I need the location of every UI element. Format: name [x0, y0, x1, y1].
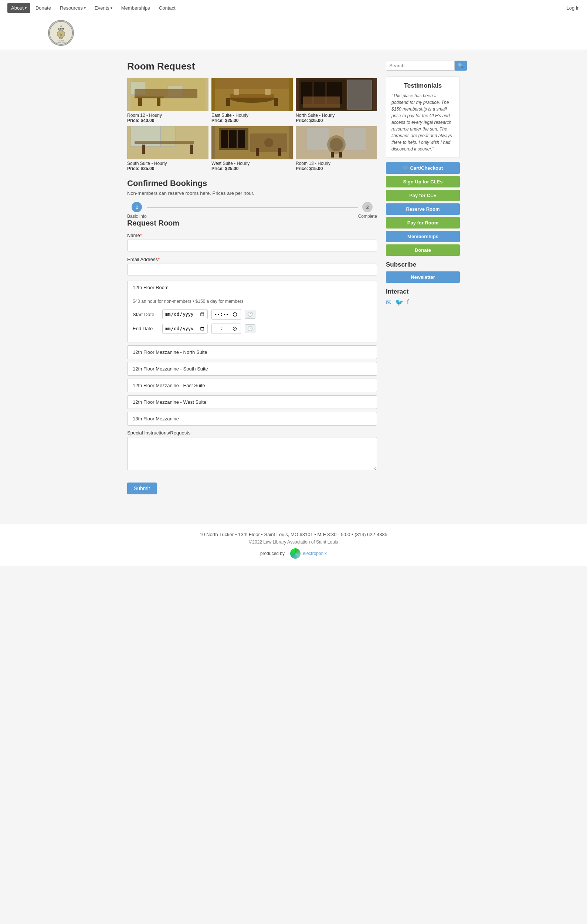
- end-date-row: End Date 🕐: [133, 323, 371, 334]
- sidebar: 🔍 Testimonials "This place has been a go…: [386, 61, 460, 494]
- donate-button[interactable]: Donate: [386, 244, 460, 256]
- subscribe-title: Subscribe: [386, 261, 460, 269]
- social-icons: ✉ 🐦 f: [386, 299, 460, 307]
- pay-for-cle-button[interactable]: Pay for CLE: [386, 190, 460, 201]
- svg-rect-47: [344, 128, 366, 150]
- room-card-1[interactable]: East Suite - Hourly Price: $25.00: [211, 78, 293, 123]
- room-card-5[interactable]: Room 13 - Hourly Price: $15.00: [296, 126, 377, 171]
- end-time-input[interactable]: [211, 323, 241, 334]
- floor-section-4[interactable]: 12th Floor Mezzanine - West Suite: [127, 395, 377, 409]
- svg-text:Louis: Louis: [59, 37, 63, 39]
- svg-rect-43: [256, 148, 259, 156]
- svg-rect-33: [135, 141, 194, 144]
- floor-section-0: 12th Floor Room $40 an hour for non-memb…: [127, 280, 377, 342]
- start-date-row: Start Date 🕐: [133, 309, 371, 320]
- pay-for-room-button[interactable]: Pay for Room: [386, 217, 460, 228]
- name-required-indicator: *: [140, 233, 142, 238]
- search-button[interactable]: 🔍: [455, 61, 467, 71]
- email-icon[interactable]: ✉: [386, 299, 391, 307]
- nav-item-donate[interactable]: Donate: [32, 3, 55, 13]
- svg-rect-19: [274, 98, 278, 106]
- start-time-input[interactable]: [211, 309, 241, 320]
- svg-text:🏛: 🏛: [60, 33, 62, 36]
- room-image-2: [296, 78, 377, 111]
- svg-rect-24: [348, 80, 371, 109]
- room-name-2: North Suite - Hourly: [296, 113, 377, 118]
- room-card-3[interactable]: South Suite - Hourly Price: $25.00: [127, 126, 208, 171]
- end-clock-button[interactable]: 🕐: [245, 324, 256, 333]
- nav-item-events[interactable]: Events ▾: [91, 3, 116, 13]
- step-connector: [147, 207, 358, 208]
- room-card-0[interactable]: Room 12 - Hourly Price: $40.00: [127, 78, 208, 123]
- svg-rect-40: [238, 130, 245, 148]
- progress-steps: 1 Basic Info 2 Complete: [127, 202, 377, 219]
- svg-rect-18: [226, 98, 230, 106]
- room-image-0: [127, 78, 208, 111]
- start-date-input[interactable]: [162, 310, 208, 319]
- end-date-input[interactable]: [162, 324, 208, 333]
- submit-button[interactable]: Submit: [127, 482, 157, 494]
- room-name-1: East Suite - Hourly: [211, 113, 293, 118]
- logo-area: of Saint 🏛 Louis EST. 1838 LLASTL.ORG: [48, 20, 74, 46]
- page-wrapper: Room Request Room 12 - Hourly: [127, 53, 460, 509]
- svg-point-42: [264, 138, 273, 147]
- svg-rect-14: [135, 89, 197, 98]
- email-required-indicator: *: [158, 257, 160, 262]
- memberships-button[interactable]: Memberships: [386, 231, 460, 242]
- email-group: Email Address*: [127, 257, 377, 276]
- floor-section-1[interactable]: 12th Floor Mezzanine - North Suite: [127, 345, 377, 359]
- nav-item-resources[interactable]: Resources ▾: [56, 3, 89, 13]
- name-input[interactable]: [127, 239, 377, 251]
- confirmed-bookings-desc: Non-members can reserve rooms here. Pric…: [127, 190, 377, 196]
- special-instructions-label: Special Instructions/Requests: [127, 430, 377, 436]
- step-label-2: Complete: [358, 214, 377, 219]
- floor-section-5[interactable]: 13th Floor Mezzanine: [127, 412, 377, 426]
- svg-rect-29: [303, 96, 340, 107]
- email-label: Email Address*: [127, 257, 377, 262]
- special-instructions-group: Special Instructions/Requests: [127, 430, 377, 472]
- pricing-note: $40 an hour for non-members • $150 a day…: [133, 299, 371, 304]
- svg-text:Saint: Saint: [58, 27, 64, 30]
- confirmed-bookings-title: Confirmed Bookings: [127, 178, 377, 188]
- twitter-icon[interactable]: 🐦: [395, 299, 403, 307]
- room-image-1: [211, 78, 293, 111]
- svg-rect-11: [157, 98, 160, 106]
- nav-item-about[interactable]: About ▾: [7, 3, 30, 13]
- start-clock-button[interactable]: 🕐: [245, 310, 256, 319]
- step-label-1: Basic Info: [127, 214, 147, 219]
- nav-item-contact[interactable]: Contact: [155, 3, 179, 13]
- svg-rect-50: [331, 152, 334, 157]
- svg-rect-39: [229, 130, 237, 148]
- cart-checkout-button[interactable]: 🛒 Cart/Checkout: [386, 162, 460, 174]
- search-input[interactable]: [386, 61, 455, 71]
- room-price-3: Price: $25.00: [127, 166, 208, 171]
- room-price-0: Price: $40.00: [127, 118, 208, 123]
- room-image-5: [296, 126, 377, 159]
- sign-up-cles-button[interactable]: Sign Up for CLEs: [386, 176, 460, 188]
- room-price-2: Price: $25.00: [296, 118, 377, 123]
- svg-text:EST. 1838: EST. 1838: [58, 40, 64, 42]
- email-input[interactable]: [127, 264, 377, 276]
- site-logo[interactable]: of Saint 🏛 Louis EST. 1838 LLASTL.ORG: [48, 20, 74, 46]
- step-circle-2: 2: [362, 202, 373, 212]
- room-card-2[interactable]: North Suite - Hourly Price: $25.00: [296, 78, 377, 123]
- svg-rect-22: [215, 78, 289, 89]
- facebook-icon[interactable]: f: [407, 299, 409, 307]
- svg-rect-44: [278, 148, 281, 156]
- electroponix-link[interactable]: electroponix: [303, 551, 327, 556]
- room-card-4[interactable]: West Suite - Hourly Price: $25.00: [211, 126, 293, 171]
- nav-item-memberships[interactable]: Memberships: [117, 3, 154, 13]
- chevron-down-icon: ▾: [110, 6, 112, 10]
- login-link[interactable]: Log in: [567, 5, 580, 11]
- room-price-4: Price: $25.00: [211, 166, 293, 171]
- testimonials-title: Testimonials: [391, 82, 454, 89]
- reserve-room-button[interactable]: Reserve Room: [386, 203, 460, 215]
- floor-section-0-header[interactable]: 12th Floor Room: [127, 281, 377, 294]
- floor-section-3[interactable]: 12th Floor Mezzanine - East Suite: [127, 379, 377, 392]
- special-instructions-textarea[interactable]: [127, 437, 377, 470]
- newsletter-button[interactable]: Newsletter: [386, 271, 460, 283]
- room-name-0: Room 12 - Hourly: [127, 113, 208, 118]
- floor-section-2[interactable]: 12th Floor Mezzanine - South Suite: [127, 362, 377, 376]
- nav-items: About ▾ Donate Resources ▾ Events ▾ Memb…: [7, 3, 179, 13]
- room-price-5: Price: $15.00: [296, 166, 377, 171]
